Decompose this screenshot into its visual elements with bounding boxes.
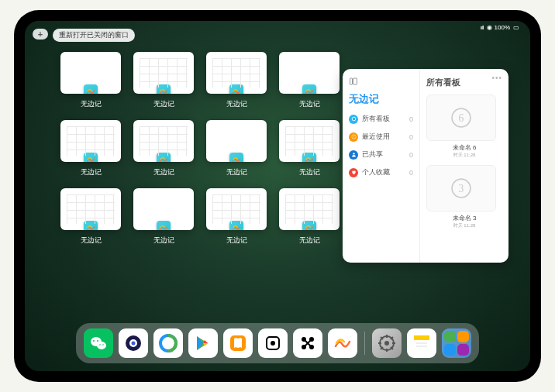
reopen-closed-window-button[interactable]: 重新打开已关闭的窗口 bbox=[53, 29, 135, 42]
more-icon[interactable]: ••• bbox=[491, 74, 502, 82]
dock bbox=[76, 323, 479, 363]
window-thumbnail[interactable]: 无边记 bbox=[133, 52, 194, 109]
thumbnail-preview bbox=[60, 120, 121, 162]
freeform-app-icon bbox=[229, 84, 243, 94]
svg-rect-28 bbox=[414, 335, 429, 340]
window-thumbnail[interactable]: 无边记 bbox=[133, 188, 194, 246]
wifi-icon: ◉ bbox=[487, 24, 491, 31]
window-label: 无边记 bbox=[153, 236, 174, 246]
freeform-app-icon bbox=[229, 221, 243, 230]
window-thumbnail[interactable]: 无边记 bbox=[279, 120, 340, 177]
svg-point-11 bbox=[93, 340, 95, 342]
svg-point-17 bbox=[132, 342, 136, 346]
board-timestamp: 昨天 11:28 bbox=[426, 222, 502, 229]
dock-dice-icon[interactable] bbox=[258, 328, 288, 358]
category-label: 个人收藏 bbox=[362, 167, 405, 177]
window-thumbnail[interactable]: 无边记 bbox=[60, 120, 121, 177]
dock-qqbrowser-icon[interactable] bbox=[153, 328, 183, 358]
freeform-app-icon bbox=[302, 153, 316, 162]
battery-icon: ▭ bbox=[513, 24, 519, 31]
window-label: 无边记 bbox=[226, 236, 247, 246]
board-item[interactable]: 6 未命名 6 昨天 11:28 bbox=[426, 95, 502, 159]
svg-point-2 bbox=[352, 117, 356, 121]
battery-text: 100% bbox=[495, 24, 510, 31]
window-label: 无边记 bbox=[153, 167, 174, 177]
thumbnail-preview bbox=[60, 188, 121, 230]
window-label: 无边记 bbox=[226, 167, 247, 177]
window-label: 无边记 bbox=[153, 99, 174, 109]
dock-wechat-icon[interactable] bbox=[84, 328, 113, 358]
window-thumbnail[interactable]: 无边记 bbox=[206, 52, 267, 109]
svg-point-21 bbox=[271, 341, 275, 346]
dock-playstore-icon[interactable] bbox=[188, 328, 218, 358]
freeform-app-icon bbox=[302, 84, 316, 94]
svg-rect-0 bbox=[350, 78, 353, 84]
svg-point-4 bbox=[353, 153, 354, 154]
board-thumbnail: 3 bbox=[426, 165, 496, 211]
window-thumbnail[interactable]: 无边记 bbox=[60, 52, 121, 109]
window-label: 无边记 bbox=[81, 167, 102, 177]
category-count: 0 bbox=[409, 151, 413, 159]
freeform-app-icon bbox=[84, 221, 98, 230]
window-thumbnail[interactable]: 无边记 bbox=[206, 188, 267, 246]
dock-notes-icon[interactable] bbox=[407, 328, 436, 358]
circle-icon bbox=[349, 115, 358, 124]
category-count: 0 bbox=[409, 133, 413, 141]
svg-rect-29 bbox=[414, 340, 429, 351]
window-label: 无边记 bbox=[226, 99, 247, 109]
thumbnail-preview bbox=[279, 120, 340, 162]
freeform-sidebar-panel[interactable]: 无边记 所有看板 0 最近使用 0 已共享 0 个人收藏 0 ••• 所有看板 … bbox=[343, 69, 508, 263]
heart-icon bbox=[349, 168, 358, 177]
dock-separator bbox=[364, 332, 365, 355]
svg-point-10 bbox=[97, 342, 106, 349]
dock-settings-icon[interactable] bbox=[372, 328, 402, 358]
category-row[interactable]: 最近使用 0 bbox=[349, 132, 413, 142]
clock-icon bbox=[349, 132, 358, 142]
window-thumbnail[interactable]: 无边记 bbox=[133, 120, 194, 177]
thumbnail-preview bbox=[133, 120, 194, 162]
category-label: 所有看板 bbox=[362, 114, 405, 124]
window-thumbnail[interactable]: 无边记 bbox=[60, 188, 121, 246]
board-item[interactable]: 3 未命名 3 昨天 11:28 bbox=[426, 165, 502, 229]
screen: ııll ◉ 100% ▭ + 重新打开已关闭的窗口 无边记 无边记 无边记 无… bbox=[25, 21, 530, 371]
thumbnail-preview bbox=[60, 52, 121, 94]
dock-books-icon[interactable] bbox=[223, 328, 253, 358]
window-thumbnail[interactable]: 无边记 bbox=[279, 52, 340, 109]
sidebar-toggle-icon[interactable] bbox=[349, 77, 413, 88]
thumbnail-preview bbox=[206, 188, 267, 230]
category-row[interactable]: 个人收藏 0 bbox=[349, 167, 413, 177]
add-button[interactable]: + bbox=[33, 29, 48, 40]
window-thumbnail[interactable]: 无边记 bbox=[279, 188, 340, 246]
board-label: 未命名 3 bbox=[426, 214, 502, 222]
dock-connect-icon[interactable] bbox=[293, 328, 322, 358]
freeform-app-icon bbox=[229, 153, 243, 162]
category-row[interactable]: 已共享 0 bbox=[349, 150, 413, 160]
thumbnail-preview bbox=[133, 188, 194, 230]
svg-point-14 bbox=[102, 344, 104, 346]
thumbnail-preview bbox=[279, 188, 340, 230]
person-icon bbox=[349, 150, 358, 160]
freeform-app-icon bbox=[157, 221, 171, 230]
freeform-app-icon bbox=[84, 84, 98, 94]
window-label: 无边记 bbox=[299, 236, 320, 246]
thumbnail-preview bbox=[133, 52, 194, 94]
freeform-app-icon bbox=[84, 153, 98, 162]
dock-quark-icon[interactable] bbox=[119, 328, 148, 358]
board-timestamp: 昨天 11:28 bbox=[426, 152, 502, 159]
svg-rect-1 bbox=[353, 78, 357, 84]
freeform-app-icon bbox=[302, 221, 316, 230]
svg-point-12 bbox=[97, 340, 98, 342]
svg-text:6: 6 bbox=[459, 112, 464, 124]
thumbnail-preview bbox=[206, 120, 267, 162]
category-row[interactable]: 所有看板 0 bbox=[349, 114, 413, 124]
plus-icon: + bbox=[38, 29, 43, 39]
window-label: 无边记 bbox=[81, 99, 102, 109]
status-bar: ııll ◉ 100% ▭ bbox=[481, 24, 519, 31]
window-thumbnail[interactable]: 无边记 bbox=[206, 120, 267, 177]
window-label: 无边记 bbox=[299, 99, 320, 109]
panel-boards: ••• 所有看板 6 未命名 6 昨天 11:28 3 未命名 3 昨天 11:… bbox=[420, 69, 508, 263]
dock-recents-icon[interactable] bbox=[442, 328, 471, 358]
app-library-icon bbox=[444, 331, 469, 356]
board-label: 未命名 6 bbox=[426, 143, 502, 152]
dock-freeform-icon[interactable] bbox=[328, 328, 357, 358]
